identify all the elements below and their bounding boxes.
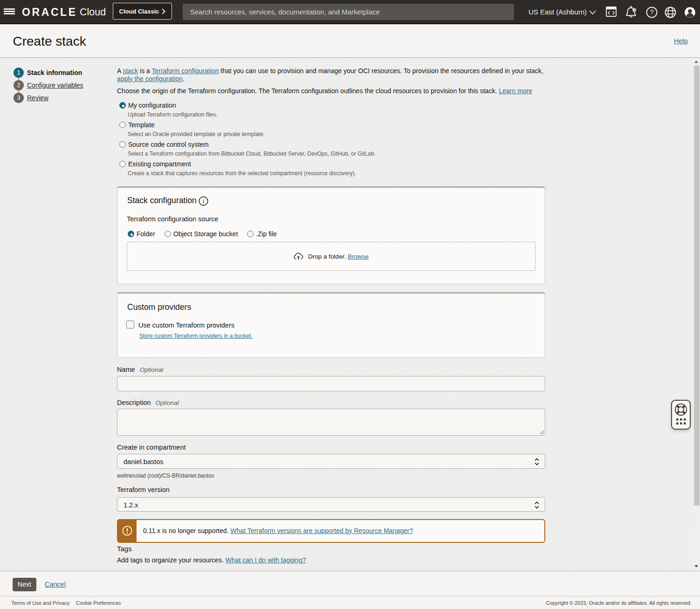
svg-text:?: ? [650, 8, 654, 16]
svg-text:i: i [203, 198, 205, 205]
